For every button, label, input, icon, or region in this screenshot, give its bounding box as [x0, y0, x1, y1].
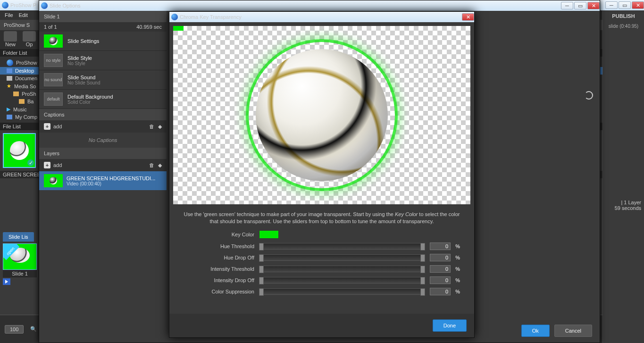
row-title: Slide Settings: [67, 38, 99, 44]
publish-button[interactable]: PUBLISH: [603, 10, 644, 22]
maximize-button[interactable]: ▭: [619, 1, 631, 9]
layer-thumb: [44, 174, 63, 187]
tool-open-label: Op: [26, 42, 33, 47]
hue-dropoff-label: Hue Drop Off: [184, 255, 254, 260]
slide-list-tab[interactable]: Slide Lis: [3, 232, 34, 242]
intensity-threshold-label: Intensity Threshold: [184, 266, 254, 272]
minimize-button[interactable]: ─: [561, 2, 573, 9]
layer-count: | 1 Layer: [615, 200, 641, 205]
help-text: Use the 'green screen' technique to make…: [184, 211, 395, 217]
folder-label: My Comp: [15, 114, 37, 120]
help-text-em: Key Color: [395, 211, 418, 217]
maximize-button[interactable]: ▭: [574, 2, 586, 9]
computer-icon: [7, 115, 12, 119]
folder-label: Music: [13, 107, 27, 112]
intensity-dropoff-label: Intensity Drop Off: [184, 277, 254, 283]
seconds-label: 59 seconds: [615, 205, 641, 211]
layer-item[interactable]: GREEN SCREEN HDGREENSTUDI...Video (00:00…: [39, 171, 167, 190]
slideopts-titlebar[interactable]: Slide Options ─ ▭ ✕: [39, 0, 600, 11]
hue-threshold-value[interactable]: 0: [430, 243, 451, 250]
star-icon: ★: [7, 83, 11, 89]
chroma-help-text: Use the 'green screen' technique to make…: [169, 208, 474, 228]
menu-file[interactable]: File: [5, 12, 13, 18]
slideopts-title: Slide Options: [50, 3, 80, 8]
cancel-button[interactable]: Cancel: [554, 325, 592, 337]
music-icon: ▶: [7, 106, 10, 112]
zoom-value[interactable]: 100: [5, 325, 24, 334]
file-thumbnail[interactable]: ✓: [3, 133, 36, 168]
key-color-swatch[interactable]: [259, 230, 279, 239]
layer-name: GREEN SCREEN HDGREENSTUDI...: [67, 176, 155, 181]
intensity-dropoff-slider[interactable]: [259, 277, 425, 284]
layers-header-label: Layers: [44, 151, 59, 156]
no-captions-label: No Captions: [39, 133, 167, 148]
chroma-title: Chroma Key Transparency: [180, 14, 242, 20]
chroma-key-dialog: Chroma Key Transparency ✕ Use the 'green…: [169, 11, 475, 338]
menu-edit[interactable]: Edit: [19, 12, 28, 18]
intensity-dropoff-value[interactable]: 0: [430, 276, 451, 284]
add-layer-row: + add 🗑◆: [39, 159, 167, 171]
minimize-button[interactable]: ─: [605, 1, 618, 9]
slide-subheader: 1 of 1 40.959 sec: [39, 22, 167, 32]
row-slide-style[interactable]: no style Slide StyleNo Style: [39, 51, 167, 70]
row-title: Slide Style: [67, 55, 92, 61]
row-slide-settings[interactable]: Slide Settings: [39, 32, 167, 51]
slideopts-left-pane: Slide 1 1 of 1 40.959 sec Slide Settings…: [39, 11, 167, 343]
close-button[interactable]: ✕: [632, 1, 644, 9]
row-thumb: no style: [44, 54, 63, 67]
row-slide-sound[interactable]: no sound Slide SoundNo Slide Sound: [39, 70, 167, 90]
check-icon: ✓: [27, 159, 34, 166]
folder-icon: [13, 92, 19, 96]
main-title: ProShow P: [10, 2, 36, 8]
color-suppression-value[interactable]: 0: [430, 288, 451, 295]
intensity-threshold-value[interactable]: 0: [430, 265, 451, 273]
plus-icon[interactable]: +: [44, 162, 50, 168]
desktop-icon: [7, 68, 12, 73]
row-default-background[interactable]: default Default BackgroundSolid Color: [39, 90, 167, 109]
tool-open[interactable]: Op: [23, 31, 36, 47]
folder-label: Ba: [27, 99, 33, 104]
close-button[interactable]: ✕: [587, 2, 600, 9]
intensity-threshold-slider[interactable]: [259, 266, 425, 272]
close-button[interactable]: ✕: [462, 13, 474, 21]
captions-header-label: Captions: [44, 112, 64, 117]
preview-image: [256, 49, 388, 181]
unit-pct: %: [455, 277, 460, 283]
add-label[interactable]: add: [53, 162, 62, 168]
row-subtitle: No Slide Sound: [67, 80, 100, 85]
plus-icon[interactable]: +: [44, 123, 50, 130]
row-thumb: no sound: [44, 73, 63, 86]
add-label[interactable]: add: [53, 124, 62, 129]
tool-new[interactable]: New: [4, 31, 17, 47]
folder-icon: [19, 99, 25, 104]
add-caption-row: + add 🗑◆: [39, 120, 167, 133]
folder-icon: [7, 59, 13, 66]
row-thumb: [44, 34, 63, 48]
trash-icon[interactable]: 🗑: [149, 124, 154, 130]
trash-icon[interactable]: 🗑: [149, 162, 154, 168]
unit-pct: %: [455, 266, 460, 272]
row-title: Default Background: [67, 94, 113, 100]
unit-pct: %: [455, 243, 460, 249]
unit-pct: %: [455, 289, 460, 294]
color-suppression-slider[interactable]: [259, 288, 425, 295]
hue-dropoff-value[interactable]: 0: [430, 254, 451, 261]
zoom-icon[interactable]: 🔍: [30, 326, 37, 332]
hue-dropoff-slider[interactable]: [259, 254, 425, 261]
ok-button[interactable]: Ok: [521, 325, 550, 337]
layers-header: Layers: [39, 148, 167, 159]
app-icon: [41, 2, 48, 9]
done-button[interactable]: Done: [433, 319, 467, 332]
sort-icon[interactable]: ◆: [158, 124, 162, 130]
refresh-icon[interactable]: [585, 91, 593, 100]
slide-count: 1 of 1: [44, 24, 57, 30]
thumbnail-image: [10, 141, 29, 160]
row-subtitle: No Style: [67, 61, 92, 66]
hue-threshold-slider[interactable]: [259, 243, 425, 250]
sort-icon[interactable]: ◆: [158, 162, 162, 168]
folder-label: ProSh: [22, 91, 36, 97]
play-slide-button[interactable]: [3, 278, 10, 285]
timeline-slide-thumb[interactable]: open Slide 1: [3, 243, 37, 293]
chroma-titlebar[interactable]: Chroma Key Transparency ✕: [169, 12, 474, 22]
slide-time: 40.959 sec: [136, 24, 162, 30]
